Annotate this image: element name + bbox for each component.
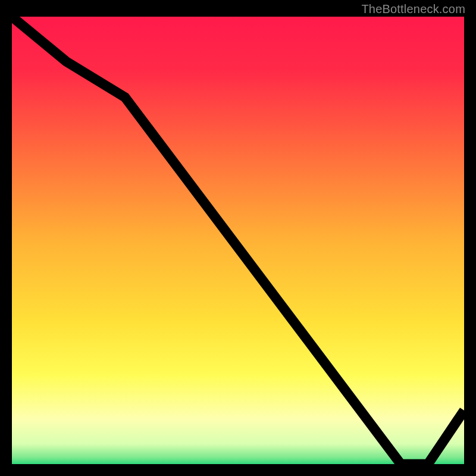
chart-plot-area <box>12 17 464 464</box>
chart-curve-path <box>12 17 464 464</box>
watermark-text: TheBottleneck.com <box>361 2 465 16</box>
chart-curve <box>12 17 464 464</box>
